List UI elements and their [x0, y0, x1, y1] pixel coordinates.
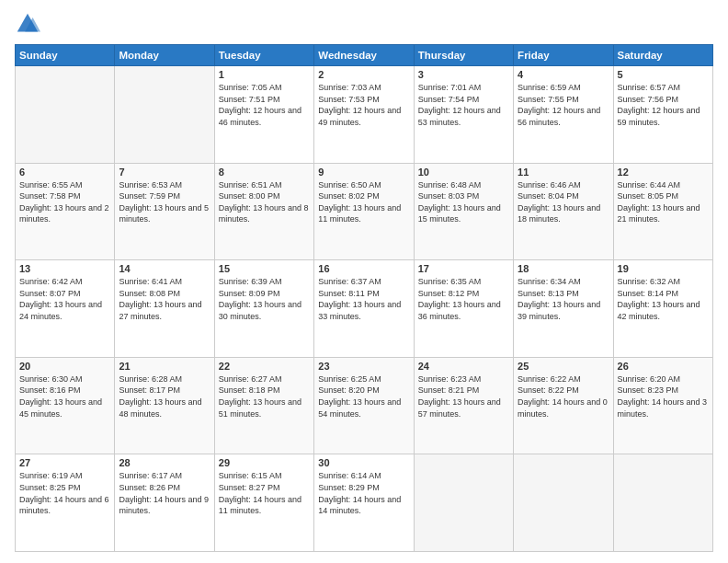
- day-number: 10: [418, 167, 509, 178]
- day-number: 16: [318, 263, 409, 274]
- calendar-cell: 1Sunrise: 7:05 AMSunset: 7:51 PMDaylight…: [214, 66, 313, 164]
- day-number: 21: [119, 361, 210, 372]
- day-info: Sunrise: 6:42 AMSunset: 8:07 PMDaylight:…: [19, 276, 110, 322]
- weekday-header-wednesday: Wednesday: [314, 45, 414, 66]
- logo-icon: [15, 11, 40, 37]
- calendar-cell: 8Sunrise: 6:51 AMSunset: 8:00 PMDaylight…: [214, 163, 313, 260]
- day-number: 27: [19, 457, 110, 468]
- calendar-cell: 5Sunrise: 6:57 AMSunset: 7:56 PMDaylight…: [613, 66, 712, 164]
- calendar-cell: 10Sunrise: 6:48 AMSunset: 8:03 PMDayligh…: [414, 163, 513, 260]
- day-number: 8: [219, 167, 310, 178]
- day-info: Sunrise: 6:30 AMSunset: 8:16 PMDaylight:…: [19, 373, 110, 419]
- day-number: 5: [618, 69, 709, 80]
- day-info: Sunrise: 6:53 AMSunset: 7:59 PMDaylight:…: [119, 179, 210, 225]
- calendar-cell: 4Sunrise: 6:59 AMSunset: 7:55 PMDaylight…: [514, 66, 613, 164]
- weekday-header-sunday: Sunday: [16, 45, 115, 66]
- day-info: Sunrise: 7:05 AMSunset: 7:51 PMDaylight:…: [219, 82, 310, 128]
- day-info: Sunrise: 6:35 AMSunset: 8:12 PMDaylight:…: [418, 276, 509, 322]
- calendar-cell: 29Sunrise: 6:15 AMSunset: 8:27 PMDayligh…: [214, 454, 313, 552]
- calendar-cell: 14Sunrise: 6:41 AMSunset: 8:08 PMDayligh…: [115, 260, 214, 358]
- weekday-header-monday: Monday: [115, 45, 214, 66]
- weekday-header-thursday: Thursday: [414, 45, 513, 66]
- day-number: 11: [518, 167, 609, 178]
- calendar-cell: 27Sunrise: 6:19 AMSunset: 8:25 PMDayligh…: [16, 454, 115, 552]
- day-number: 9: [318, 167, 409, 178]
- day-info: Sunrise: 6:37 AMSunset: 8:11 PMDaylight:…: [318, 276, 409, 322]
- day-info: Sunrise: 6:55 AMSunset: 7:58 PMDaylight:…: [19, 179, 110, 225]
- day-info: Sunrise: 6:46 AMSunset: 8:04 PMDaylight:…: [518, 179, 609, 225]
- day-info: Sunrise: 7:01 AMSunset: 7:54 PMDaylight:…: [418, 82, 509, 128]
- day-number: 1: [219, 69, 310, 80]
- day-number: 12: [618, 167, 709, 178]
- calendar-cell: 18Sunrise: 6:34 AMSunset: 8:13 PMDayligh…: [514, 260, 613, 358]
- weekday-header-tuesday: Tuesday: [214, 45, 313, 66]
- calendar-cell: 26Sunrise: 6:20 AMSunset: 8:23 PMDayligh…: [613, 357, 712, 454]
- day-number: 23: [318, 361, 409, 372]
- day-number: 15: [219, 263, 310, 274]
- day-number: 29: [219, 457, 310, 468]
- calendar-cell: 28Sunrise: 6:17 AMSunset: 8:26 PMDayligh…: [115, 454, 214, 552]
- day-number: 24: [418, 361, 509, 372]
- day-info: Sunrise: 6:50 AMSunset: 8:02 PMDaylight:…: [318, 179, 409, 225]
- calendar-cell: 11Sunrise: 6:46 AMSunset: 8:04 PMDayligh…: [514, 163, 613, 260]
- calendar-cell: [16, 66, 115, 164]
- calendar-week-row: 27Sunrise: 6:19 AMSunset: 8:25 PMDayligh…: [16, 454, 713, 552]
- weekday-header-row: SundayMondayTuesdayWednesdayThursdayFrid…: [16, 45, 713, 66]
- day-info: Sunrise: 6:51 AMSunset: 8:00 PMDaylight:…: [219, 179, 310, 225]
- day-number: 17: [418, 263, 509, 274]
- calendar-cell: 7Sunrise: 6:53 AMSunset: 7:59 PMDaylight…: [115, 163, 214, 260]
- day-info: Sunrise: 7:03 AMSunset: 7:53 PMDaylight:…: [318, 82, 409, 128]
- calendar-week-row: 13Sunrise: 6:42 AMSunset: 8:07 PMDayligh…: [16, 260, 713, 358]
- calendar-cell: 9Sunrise: 6:50 AMSunset: 8:02 PMDaylight…: [314, 163, 414, 260]
- calendar-cell: 12Sunrise: 6:44 AMSunset: 8:05 PMDayligh…: [613, 163, 712, 260]
- day-info: Sunrise: 6:48 AMSunset: 8:03 PMDaylight:…: [418, 179, 509, 225]
- day-info: Sunrise: 6:34 AMSunset: 8:13 PMDaylight:…: [518, 276, 609, 322]
- day-info: Sunrise: 6:32 AMSunset: 8:14 PMDaylight:…: [618, 276, 709, 322]
- day-info: Sunrise: 6:41 AMSunset: 8:08 PMDaylight:…: [119, 276, 210, 322]
- calendar-cell: 21Sunrise: 6:28 AMSunset: 8:17 PMDayligh…: [115, 357, 214, 454]
- day-info: Sunrise: 6:17 AMSunset: 8:26 PMDaylight:…: [119, 470, 210, 516]
- calendar-cell: 6Sunrise: 6:55 AMSunset: 7:58 PMDaylight…: [16, 163, 115, 260]
- day-info: Sunrise: 6:20 AMSunset: 8:23 PMDaylight:…: [618, 373, 709, 419]
- day-number: 3: [418, 69, 509, 80]
- day-info: Sunrise: 6:15 AMSunset: 8:27 PMDaylight:…: [219, 470, 310, 516]
- calendar-cell: 22Sunrise: 6:27 AMSunset: 8:18 PMDayligh…: [214, 357, 313, 454]
- day-info: Sunrise: 6:23 AMSunset: 8:21 PMDaylight:…: [418, 373, 509, 419]
- weekday-header-saturday: Saturday: [613, 45, 712, 66]
- day-number: 19: [618, 263, 709, 274]
- calendar-cell: 25Sunrise: 6:22 AMSunset: 8:22 PMDayligh…: [514, 357, 613, 454]
- calendar-cell: 24Sunrise: 6:23 AMSunset: 8:21 PMDayligh…: [414, 357, 513, 454]
- day-number: 18: [518, 263, 609, 274]
- calendar-cell: [613, 454, 712, 552]
- calendar-cell: [414, 454, 513, 552]
- calendar-cell: 16Sunrise: 6:37 AMSunset: 8:11 PMDayligh…: [314, 260, 414, 358]
- day-info: Sunrise: 6:28 AMSunset: 8:17 PMDaylight:…: [119, 373, 210, 419]
- day-number: 25: [518, 361, 609, 372]
- day-number: 20: [19, 361, 110, 372]
- calendar-cell: 2Sunrise: 7:03 AMSunset: 7:53 PMDaylight…: [314, 66, 414, 164]
- day-number: 7: [119, 167, 210, 178]
- day-info: Sunrise: 6:57 AMSunset: 7:56 PMDaylight:…: [618, 82, 709, 128]
- day-info: Sunrise: 6:19 AMSunset: 8:25 PMDaylight:…: [19, 470, 110, 516]
- calendar-cell: 3Sunrise: 7:01 AMSunset: 7:54 PMDaylight…: [414, 66, 513, 164]
- day-info: Sunrise: 6:14 AMSunset: 8:29 PMDaylight:…: [318, 470, 409, 516]
- day-number: 14: [119, 263, 210, 274]
- calendar-cell: 30Sunrise: 6:14 AMSunset: 8:29 PMDayligh…: [314, 454, 414, 552]
- day-number: 26: [618, 361, 709, 372]
- weekday-header-friday: Friday: [514, 45, 613, 66]
- calendar-cell: 15Sunrise: 6:39 AMSunset: 8:09 PMDayligh…: [214, 260, 313, 358]
- day-info: Sunrise: 6:27 AMSunset: 8:18 PMDaylight:…: [219, 373, 310, 419]
- day-info: Sunrise: 6:22 AMSunset: 8:22 PMDaylight:…: [518, 373, 609, 419]
- calendar-table: SundayMondayTuesdayWednesdayThursdayFrid…: [15, 44, 713, 552]
- day-number: 6: [19, 167, 110, 178]
- day-info: Sunrise: 6:44 AMSunset: 8:05 PMDaylight:…: [618, 179, 709, 225]
- page: SundayMondayTuesdayWednesdayThursdayFrid…: [0, 0, 728, 563]
- calendar-cell: 17Sunrise: 6:35 AMSunset: 8:12 PMDayligh…: [414, 260, 513, 358]
- calendar-week-row: 1Sunrise: 7:05 AMSunset: 7:51 PMDaylight…: [16, 66, 713, 164]
- day-info: Sunrise: 6:39 AMSunset: 8:09 PMDaylight:…: [219, 276, 310, 322]
- calendar-week-row: 6Sunrise: 6:55 AMSunset: 7:58 PMDaylight…: [16, 163, 713, 260]
- day-info: Sunrise: 6:59 AMSunset: 7:55 PMDaylight:…: [518, 82, 609, 128]
- calendar-week-row: 20Sunrise: 6:30 AMSunset: 8:16 PMDayligh…: [16, 357, 713, 454]
- calendar-cell: [115, 66, 214, 164]
- calendar-cell: 23Sunrise: 6:25 AMSunset: 8:20 PMDayligh…: [314, 357, 414, 454]
